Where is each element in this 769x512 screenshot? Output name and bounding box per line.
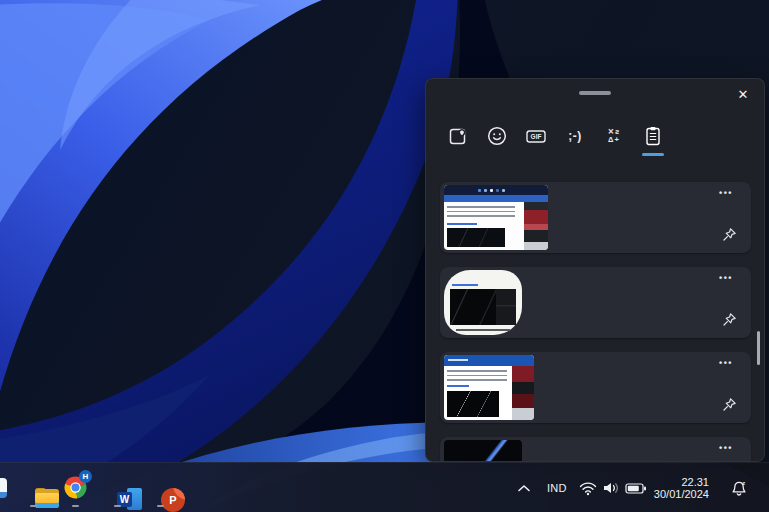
language-indicator[interactable]: IND: [547, 482, 567, 494]
pin-button[interactable]: [722, 227, 737, 245]
notifications-button[interactable]: z: [730, 480, 748, 497]
pin-icon: [722, 227, 737, 242]
smiley-icon: [485, 124, 509, 148]
close-icon: ✕: [738, 87, 749, 102]
see-more-button[interactable]: •••: [717, 271, 735, 285]
battery-icon: [625, 482, 647, 495]
running-indicator: [157, 505, 164, 508]
desktop: ✕ GIF: [0, 0, 769, 512]
taskbar-app-partial[interactable]: [0, 478, 7, 498]
tab-symbols[interactable]: ✕ƨ Δ+: [602, 121, 626, 151]
bell-dnd-icon: z: [730, 480, 748, 497]
clipboard-icon: [641, 124, 665, 148]
svg-text:z: z: [742, 480, 745, 486]
chevron-up-icon: [516, 483, 532, 493]
tab-clipboard-history[interactable]: [641, 121, 665, 151]
chrome-profile-badge: H: [79, 470, 92, 483]
clock[interactable]: 22.31 30/01/2024: [654, 476, 720, 500]
recent-heart-icon: [446, 124, 470, 148]
hidden-icons-button[interactable]: [516, 483, 532, 493]
selected-tab-indicator: [642, 153, 664, 156]
symbols-icon: ✕ƨ Δ+: [608, 128, 620, 144]
running-indicator: [30, 505, 37, 508]
clipboard-item-card[interactable]: •••: [440, 182, 751, 253]
tab-recently-used[interactable]: [446, 121, 470, 151]
tab-emoji[interactable]: [485, 121, 509, 151]
tray-date: 30/01/2024: [654, 488, 709, 500]
tab-kaomoji[interactable]: ;-): [563, 121, 587, 151]
clipboard-history-panel: ✕ GIF: [425, 78, 765, 462]
clipboard-item-card[interactable]: •••: [440, 437, 751, 462]
pin-button[interactable]: [722, 312, 737, 330]
clipboard-items-list: ••• •••: [440, 182, 751, 462]
volume-button[interactable]: [602, 481, 622, 495]
running-indicator: [72, 505, 79, 508]
tray-time: 22.31: [681, 476, 709, 488]
taskbar-app-chrome[interactable]: H: [62, 475, 88, 501]
pin-icon: [722, 312, 737, 327]
taskbar: H W P IND: [0, 462, 769, 512]
clipboard-item-thumbnail: [444, 440, 522, 462]
clipboard-item-thumbnail: [444, 355, 534, 420]
battery-button[interactable]: [625, 482, 647, 495]
pin-button[interactable]: [722, 397, 737, 415]
close-button[interactable]: ✕: [732, 84, 754, 106]
taskbar-app-powerpoint[interactable]: P: [147, 475, 173, 501]
clipboard-item-thumbnail: [444, 185, 548, 250]
svg-text:GIF: GIF: [531, 133, 542, 140]
network-button[interactable]: [579, 481, 597, 496]
speaker-icon: [602, 481, 622, 495]
gif-icon: GIF: [524, 124, 548, 148]
kaomoji-label: ;-): [568, 129, 582, 143]
taskbar-app-file-explorer[interactable]: [21, 475, 47, 501]
clipboard-item-thumbnail: [444, 270, 522, 335]
clipboard-item-card[interactable]: •••: [440, 267, 751, 338]
taskbar-app-word[interactable]: W: [104, 475, 130, 501]
see-more-button[interactable]: •••: [717, 186, 735, 200]
tab-gif[interactable]: GIF: [524, 121, 548, 151]
picker-tab-bar: GIF ;-) ✕ƨ Δ+: [446, 121, 665, 151]
wifi-icon: [579, 481, 597, 496]
pin-icon: [722, 397, 737, 412]
see-more-button[interactable]: •••: [717, 356, 735, 370]
drag-handle[interactable]: [579, 91, 611, 95]
clipboard-item-card[interactable]: •••: [440, 352, 751, 423]
system-tray: IND: [516, 463, 748, 512]
panel-scrollbar[interactable]: [757, 331, 760, 365]
see-more-button[interactable]: •••: [717, 441, 735, 455]
running-indicator: [114, 505, 121, 508]
